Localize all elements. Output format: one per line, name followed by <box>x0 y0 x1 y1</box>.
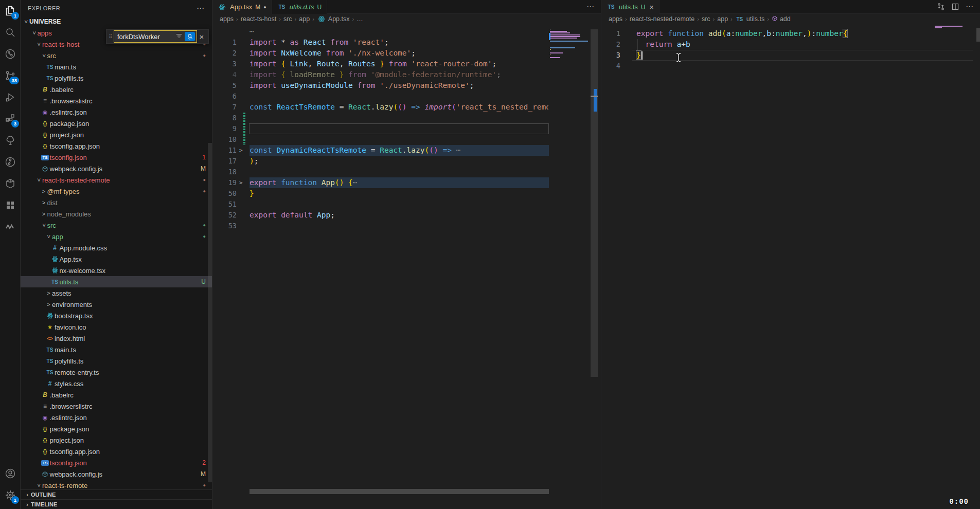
extensions-icon[interactable]: 3 <box>0 108 21 130</box>
code-line-4[interactable]: 4 <box>601 61 980 71</box>
tree-folder-src[interactable]: >src● <box>21 50 212 61</box>
tree-folder-app[interactable]: >app● <box>21 231 212 242</box>
code-line-18[interactable]: 18 <box>212 167 601 177</box>
code-line-3[interactable]: 3} <box>601 50 980 61</box>
tree-file-bootstrap.tsx[interactable]: bootstrap.tsx <box>21 310 212 321</box>
tree-file-main.ts[interactable]: TSmain.ts <box>21 344 212 355</box>
sidebar-scrollbar[interactable] <box>208 143 212 482</box>
tree-file-favicon.ico[interactable]: ★favicon.ico <box>21 321 212 333</box>
tree-file-.babelrc[interactable]: B.babelrc <box>21 389 212 401</box>
tree-file-main.ts[interactable]: TSmain.ts <box>21 61 212 72</box>
tree-folder-@mf-types[interactable]: >@mf-types● <box>21 186 212 197</box>
tree-folder-UNIVERSE[interactable]: >UNIVERSE <box>21 16 212 27</box>
tree-file-tsconfig.json[interactable]: TStsconfig.json2 <box>21 457 212 468</box>
tree-folder-dist[interactable]: >dist <box>21 197 212 208</box>
vertical-scrollbar-right[interactable] <box>976 28 980 42</box>
tree-file-project.json[interactable]: {}project.json <box>21 434 212 446</box>
code-line-2[interactable]: 2import NxWelcome from './nx-welcome'; <box>212 48 601 59</box>
code-line-9[interactable]: 9 <box>212 123 601 134</box>
outline-panel-header[interactable]: › OUTLINE <box>21 489 212 499</box>
tree-file-polyfills.ts[interactable]: TSpolyfills.ts <box>21 72 212 84</box>
tree-file-.babelrc[interactable]: B.babelrc <box>21 84 212 95</box>
breadcrumb-item-…[interactable]: … <box>357 15 363 23</box>
close-tab-icon[interactable]: × <box>650 3 654 11</box>
more-actions-icon[interactable]: ⋯ <box>966 2 974 11</box>
container-icon[interactable] <box>0 173 21 194</box>
fold-chevron-icon[interactable]: > <box>239 145 243 156</box>
tree-file-App.tsx[interactable]: App.tsx <box>21 253 212 265</box>
breadcrumb-item-react-ts-nested-remote[interactable]: react-ts-nested-remote <box>630 15 694 23</box>
code-editor-right[interactable]: 1export function add(a:number,b:number,)… <box>601 24 980 509</box>
tree-icon[interactable] <box>0 130 21 151</box>
timeline-panel-header[interactable]: › TIMELINE <box>21 499 212 509</box>
tab-utils.d.ts[interactable]: TSutils.d.tsU <box>272 0 327 14</box>
code-line-52[interactable]: 52export default App; <box>212 210 601 221</box>
code-line-51[interactable]: 51 <box>212 199 601 210</box>
code-line-11[interactable]: 11>const DynamicReactTsRemote = React.la… <box>212 145 601 156</box>
code-line-2[interactable]: 2 return a+b <box>601 39 980 50</box>
tree-file-remote-entry.ts[interactable]: TSremote-entry.ts <box>21 367 212 378</box>
tree-file-index.html[interactable]: <>index.html <box>21 333 212 344</box>
tree-file-.browserslistrc[interactable]: ≡.browserslistrc <box>21 95 212 106</box>
code-line-4[interactable]: 4import { loadRemote } from '@module-fed… <box>212 69 601 80</box>
breadcrumb-item-src[interactable]: src <box>702 15 710 23</box>
tree-file-package.json[interactable]: {}package.json <box>21 118 212 129</box>
breadcrumb-item-app[interactable]: app <box>299 15 310 23</box>
filter-icon[interactable] <box>174 32 184 41</box>
code-line-fold[interactable]: ⋯ <box>212 26 601 37</box>
tree-file-.eslintrc.json[interactable]: ◉.eslintrc.json <box>21 106 212 118</box>
breadcrumb-item-apps[interactable]: apps <box>609 15 622 23</box>
tree-folder-node_modules[interactable]: >node_modules <box>21 208 212 220</box>
code-line-10[interactable]: 10 <box>212 134 601 145</box>
code-editor-left[interactable]: ⋯1import * as React from 'react';2import… <box>212 24 601 509</box>
tab-utils.ts[interactable]: TSutils.tsU× <box>601 0 660 14</box>
explorer-icon[interactable]: 1 <box>0 0 21 22</box>
tree-file-styles.css[interactable]: #styles.css <box>21 378 212 389</box>
code-line-1[interactable]: 1import * as React from 'react'; <box>212 37 601 48</box>
code-line-5[interactable]: 5import useDynamicModule from './useDyna… <box>212 80 601 91</box>
breadcrumb-item-src[interactable]: src <box>283 15 292 23</box>
tree-file-utils.ts[interactable]: TSutils.tsU <box>21 276 212 287</box>
tree-file-.browserslistrc[interactable]: ≡.browserslistrc <box>21 401 212 412</box>
breadcrumb-item-react-ts-host[interactable]: react-ts-host <box>241 15 276 23</box>
grid-icon[interactable] <box>0 194 21 216</box>
tree-file-App.module.css[interactable]: #App.module.css <box>21 242 212 253</box>
breadcrumb-item-app[interactable]: app <box>717 15 728 23</box>
filter-close-icon[interactable]: × <box>197 32 206 41</box>
code-line-50[interactable]: 50} <box>212 188 601 199</box>
code-line-6[interactable]: 6 <box>212 91 601 102</box>
code-line-1[interactable]: 1export function add(a:number,b:number,)… <box>601 28 980 39</box>
editor-more-actions-icon[interactable]: ⋯ <box>586 2 595 11</box>
git-graph-icon[interactable] <box>0 43 21 65</box>
wallaby-icon[interactable] <box>0 216 21 238</box>
tree-file-tsconfig.app.json[interactable]: {}tsconfig.app.json <box>21 446 212 457</box>
compare-changes-icon[interactable] <box>937 3 945 11</box>
circle-branch-icon[interactable] <box>0 151 21 173</box>
breadcrumb-item-utils.ts[interactable]: TSutils.ts <box>735 15 764 23</box>
breadcrumb-item-apps[interactable]: apps <box>220 15 234 23</box>
tree-file-tsconfig.json[interactable]: TStsconfig.json1 <box>21 152 212 163</box>
vertical-scrollbar-left[interactable] <box>591 29 598 377</box>
fuzzy-match-toggle[interactable] <box>185 32 195 41</box>
tree-file-tsconfig.app.json[interactable]: {}tsconfig.app.json <box>21 140 212 152</box>
search-icon[interactable] <box>0 22 21 43</box>
code-line-53[interactable]: 53 <box>212 221 601 231</box>
code-line-8[interactable]: 8 <box>212 113 601 123</box>
explorer-more-actions-icon[interactable]: ⋯ <box>197 4 205 13</box>
tree-folder-src[interactable]: >src● <box>21 220 212 231</box>
code-line-7[interactable]: 7const ReactTsRemote = React.lazy(() => … <box>212 102 601 113</box>
fold-chevron-icon[interactable]: > <box>239 177 243 188</box>
tab-App.tsx[interactable]: App.tsxM● <box>212 0 272 14</box>
tree-file-webpack.config.js[interactable]: webpack.config.jsM <box>21 468 212 480</box>
tree-file-polyfills.ts[interactable]: TSpolyfills.ts <box>21 355 212 367</box>
code-line-17[interactable]: 17); <box>212 156 601 167</box>
filter-drag-handle-icon[interactable]: ⠿ <box>108 34 114 39</box>
breadcrumb-item-add[interactable]: add <box>772 15 791 23</box>
tree-folder-react-ts-nested-remote[interactable]: >react-ts-nested-remote● <box>21 174 212 186</box>
split-editor-icon[interactable] <box>951 3 959 11</box>
tree-file-package.json[interactable]: {}package.json <box>21 423 212 434</box>
tree-folder-assets[interactable]: >assets <box>21 287 212 299</box>
code-line-19[interactable]: 19>export function App() {⋯ <box>212 177 601 188</box>
tree-file-.eslintrc.json[interactable]: ◉.eslintrc.json <box>21 412 212 423</box>
run-debug-icon[interactable] <box>0 86 21 108</box>
